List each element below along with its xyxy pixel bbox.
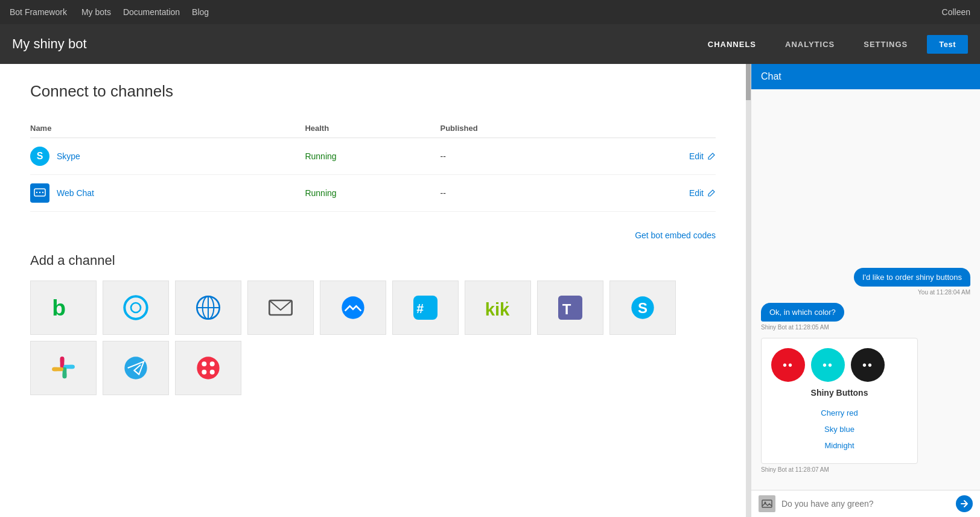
chat-messages: I'd like to order shiny buttons You at 1…: [751, 89, 980, 490]
published-status: --: [440, 138, 601, 175]
svg-text:b: b: [52, 295, 66, 320]
chat-header: Chat: [751, 64, 980, 89]
channel-tile-skype2[interactable]: S: [609, 281, 676, 335]
channel-tile-telegram[interactable]: [103, 341, 169, 395]
skype-icon: S: [30, 147, 49, 166]
svg-point-35: [210, 370, 215, 375]
table-row: S Skype Running-- Edit: [30, 138, 716, 175]
embed-codes-anchor[interactable]: Get bot embed codes: [635, 230, 716, 240]
add-channel-title: Add a channel: [30, 253, 716, 268]
svg-text:•: •: [506, 299, 508, 306]
image-icon[interactable]: [759, 495, 775, 512]
shiny-buttons-card: •• •• •• Shiny Buttons Cherry red Sky bl…: [761, 338, 918, 464]
svg-point-1: [36, 192, 37, 193]
channel-tile-cortana[interactable]: [103, 281, 169, 335]
svg-point-6: [131, 303, 141, 312]
scrollbar-thumb[interactable]: [746, 64, 751, 100]
svg-point-12: [342, 296, 364, 319]
health-status: Running: [305, 151, 336, 161]
channel-tile-bing[interactable]: b: [30, 281, 97, 335]
webchat-icon: [30, 183, 49, 203]
channel-tile-kik[interactable]: kik•: [465, 281, 531, 335]
channel-tile-messenger[interactable]: [320, 281, 386, 335]
svg-point-31: [197, 357, 219, 379]
channel-name-cell: Web Chat: [30, 183, 305, 203]
svg-text:S: S: [638, 300, 648, 316]
secondary-header: My shiny bot CHANNELS ANALYTICS SETTINGS…: [0, 24, 980, 64]
nav-mybots[interactable]: My bots: [81, 7, 111, 17]
svg-rect-22: [60, 357, 65, 363]
card-title: Shiny Buttons: [771, 388, 908, 398]
channels-table: Name Health Published S Skype Running-- …: [30, 119, 716, 212]
health-status: Running: [305, 188, 336, 198]
channel-tile-web[interactable]: [175, 281, 241, 335]
black-dots: ••: [862, 358, 873, 372]
top-nav: Bot Framework My bots Documentation Blog…: [0, 0, 980, 24]
embed-codes-link[interactable]: Get bot embed codes: [30, 224, 716, 253]
nav-blog[interactable]: Blog: [192, 7, 209, 17]
channel-name[interactable]: Skype: [57, 151, 80, 161]
svg-text:T: T: [562, 301, 571, 317]
chat-panel: Chat I'd like to order shiny buttons You…: [751, 64, 980, 517]
chat-input[interactable]: [781, 499, 956, 509]
brand-logo: Bot Framework: [10, 7, 67, 17]
send-button[interactable]: [956, 495, 973, 512]
user-message-time: You at 11:28:04 AM: [761, 289, 970, 296]
connect-title: Connect to channels: [30, 82, 716, 101]
option-sky-blue[interactable]: Sky blue: [771, 421, 908, 437]
cyan-dots: ••: [822, 358, 833, 372]
svg-rect-28: [52, 367, 59, 372]
published-status: --: [440, 175, 601, 212]
edit-icon: [707, 152, 716, 160]
user-name: Colleen: [942, 7, 970, 17]
col-name: Name: [30, 119, 305, 138]
svg-point-3: [42, 192, 43, 193]
circle-black[interactable]: ••: [851, 348, 885, 382]
channel-tile-groupme[interactable]: #: [392, 281, 459, 335]
tab-channels[interactable]: CHANNELS: [693, 24, 771, 64]
bot-message: Ok, in which color?: [761, 303, 844, 322]
svg-text:#: #: [416, 302, 424, 316]
edit-link[interactable]: Edit: [601, 188, 716, 198]
channel-tile-twilio[interactable]: [175, 341, 241, 395]
col-published: Published: [440, 119, 601, 138]
color-circles: •• •• ••: [771, 348, 908, 382]
svg-rect-36: [762, 500, 772, 507]
svg-point-33: [210, 361, 215, 366]
option-midnight[interactable]: Midnight: [771, 437, 908, 454]
page-title: My shiny bot: [12, 36, 693, 52]
main-layout: Connect to channels Name Health Publishe…: [0, 64, 980, 517]
channel-name-cell: S Skype: [30, 147, 305, 166]
edit-icon: [707, 189, 716, 197]
svg-point-32: [202, 361, 206, 366]
tab-settings[interactable]: SETTINGS: [849, 24, 922, 64]
test-button[interactable]: Test: [927, 35, 968, 54]
red-dots: ••: [783, 358, 794, 372]
edit-link[interactable]: Edit: [601, 151, 716, 161]
card-timestamp: Shiny Bot at 11:28:07 AM: [761, 466, 970, 473]
channel-tile-email[interactable]: [247, 281, 314, 335]
svg-point-34: [202, 370, 206, 375]
option-cherry-red[interactable]: Cherry red: [771, 405, 908, 421]
table-row: Web Chat Running-- Edit: [30, 175, 716, 212]
nav-documentation[interactable]: Documentation: [123, 7, 180, 17]
svg-rect-24: [68, 365, 75, 369]
scrollbar-track[interactable]: [746, 64, 751, 517]
chat-input-bar: [751, 490, 980, 517]
tab-analytics[interactable]: ANALYTICS: [771, 24, 849, 64]
circle-cyan[interactable]: ••: [811, 348, 845, 382]
svg-point-2: [39, 192, 40, 193]
channel-tile-teams[interactable]: T: [537, 281, 603, 335]
col-health: Health: [305, 119, 440, 138]
user-message: I'd like to order shiny buttons: [854, 268, 970, 287]
circle-red[interactable]: ••: [771, 348, 805, 382]
sec-nav: CHANNELS ANALYTICS SETTINGS Test: [693, 24, 968, 64]
svg-point-5: [124, 296, 147, 319]
channel-name[interactable]: Web Chat: [57, 188, 94, 198]
channel-tile-slack[interactable]: [30, 341, 97, 395]
channel-grid: b#kik•TS: [30, 281, 716, 395]
bot-message-time: Shiny Bot at 11:28:05 AM: [761, 324, 970, 331]
svg-rect-26: [63, 372, 67, 379]
content-area: Connect to channels Name Health Publishe…: [0, 64, 746, 517]
